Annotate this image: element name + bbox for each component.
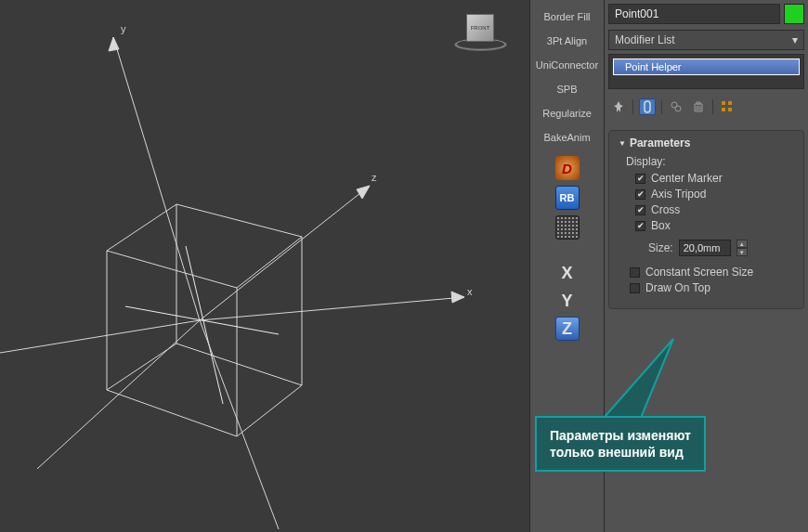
draw-on-top-label: Draw On Top [645, 281, 710, 294]
spb-button[interactable]: SPB [534, 79, 601, 99]
axis-y-button[interactable]: Y [555, 289, 580, 313]
callout-line1: Параметры изменяют [550, 427, 691, 444]
pin-stack-icon[interactable] [610, 98, 627, 115]
wireframe-scene: y z x [0, 0, 525, 532]
axis-tripod-label: Axis Tripod [651, 188, 706, 201]
script-rb-icon[interactable]: RB [555, 186, 580, 210]
parameters-rollout: ▼ Parameters Display: ✔ Center Marker ✔ … [608, 130, 804, 309]
border-fill-button[interactable]: Border Fill [534, 6, 601, 27]
callout-pointer [604, 334, 724, 427]
viewport[interactable]: y z x FRONT [0, 0, 525, 532]
center-marker-checkbox[interactable]: ✔ Center Marker [635, 172, 794, 185]
modifier-stack-item[interactable]: Point Helper [613, 58, 800, 75]
remove-modifier-icon[interactable] [690, 98, 707, 115]
box-label: Box [651, 219, 671, 232]
threept-align-button[interactable]: 3Pt Align [534, 31, 601, 51]
spinner-down-icon[interactable]: ▼ [736, 248, 748, 256]
axis-label-y: y [121, 23, 126, 34]
configure-modifier-sets-icon[interactable] [719, 98, 736, 115]
size-spinner[interactable]: 20,0mm [679, 240, 731, 256]
regularize-button[interactable]: Regularize [534, 103, 601, 123]
modifier-stack[interactable]: Point Helper [608, 54, 804, 89]
object-color-swatch[interactable] [784, 4, 804, 24]
modifier-list-label: Modifier List [615, 33, 675, 46]
callout-line2: только внешний вид [550, 444, 691, 461]
svg-marker-1 [176, 204, 302, 385]
svg-marker-9 [109, 37, 119, 51]
axis-x-button[interactable]: X [555, 261, 580, 285]
box-checkbox[interactable]: ✔ Box [635, 219, 794, 232]
rollout-collapse-icon: ▼ [619, 139, 626, 148]
svg-line-8 [113, 37, 200, 320]
svg-rect-23 [722, 101, 725, 105]
make-unique-icon[interactable] [668, 98, 684, 115]
viewcube-face[interactable]: FRONT [466, 14, 494, 42]
script-pattern-icon[interactable] [555, 215, 580, 240]
cross-checkbox[interactable]: ✔ Cross [635, 203, 794, 216]
modifier-stack-toolbar [608, 95, 804, 124]
cross-label: Cross [651, 203, 680, 216]
check-icon [630, 267, 640, 278]
check-icon [630, 283, 640, 293]
svg-line-12 [200, 186, 370, 320]
uniconnector-button[interactable]: UniConnector [534, 55, 601, 75]
svg-rect-25 [722, 108, 725, 111]
annotation-callout: Параметры изменяют только внешний вид [535, 416, 706, 472]
draw-on-top-checkbox[interactable]: Draw On Top [630, 281, 794, 294]
svg-line-15 [200, 320, 279, 529]
constant-screen-size-checkbox[interactable]: Constant Screen Size [630, 266, 794, 279]
bakeanim-button[interactable]: BakeAnim [534, 127, 601, 148]
check-icon: ✔ [635, 221, 645, 231]
rollout-header[interactable]: ▼ Parameters [619, 136, 794, 149]
svg-marker-11 [451, 292, 464, 303]
show-end-result-icon[interactable] [639, 98, 656, 115]
display-label: Display: [626, 155, 794, 168]
viewcube[interactable]: FRONT [446, 9, 515, 60]
svg-rect-24 [728, 101, 732, 105]
modifier-list-dropdown[interactable]: Modifier List ▾ [608, 30, 804, 50]
check-icon: ✔ [635, 189, 645, 200]
axis-label-x: x [467, 286, 473, 297]
svg-marker-0 [107, 251, 237, 436]
svg-point-19 [675, 106, 681, 111]
svg-marker-13 [357, 186, 370, 199]
rollout-title: Parameters [630, 136, 690, 149]
size-spinner-buttons[interactable]: ▲ ▼ [736, 240, 748, 256]
constant-screen-size-label: Constant Screen Size [645, 266, 753, 279]
axis-label-z: z [371, 172, 377, 183]
script-d-icon[interactable]: D [555, 156, 580, 180]
svg-rect-26 [728, 108, 732, 111]
object-name-input[interactable] [608, 4, 780, 24]
spinner-up-icon[interactable]: ▲ [736, 240, 748, 248]
center-marker-label: Center Marker [651, 172, 723, 185]
svg-rect-17 [645, 101, 650, 112]
svg-marker-27 [604, 339, 673, 418]
svg-line-10 [200, 297, 464, 320]
axis-z-button[interactable]: Z [555, 317, 580, 341]
svg-line-4 [237, 385, 302, 436]
svg-line-7 [186, 246, 223, 404]
check-icon: ✔ [635, 205, 645, 215]
size-label: Size: [648, 241, 673, 254]
axis-tripod-checkbox[interactable]: ✔ Axis Tripod [635, 188, 794, 201]
check-icon: ✔ [635, 174, 645, 184]
chevron-down-icon: ▾ [792, 33, 798, 46]
svg-line-3 [237, 237, 302, 288]
